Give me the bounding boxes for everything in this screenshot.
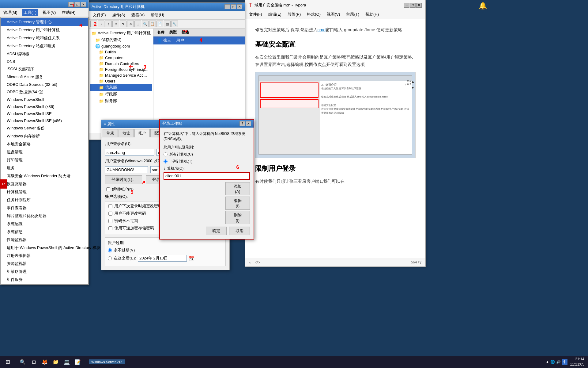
radio-all-computers[interactable]	[164, 152, 168, 156]
typora-menu-theme[interactable]: 主题(T)	[345, 11, 360, 18]
calendar-icon[interactable]: 📅	[189, 255, 195, 261]
menu-ad-domains[interactable]: Active Directory 域和信任关系	[1, 34, 88, 42]
firefox-taskbar[interactable]: 🦊	[40, 357, 50, 367]
tb-btn-6[interactable]: ✕	[127, 21, 134, 27]
tree-root[interactable]: 📁 Active Directory 用户和计算机	[90, 30, 152, 36]
tray-network-icon[interactable]: 🌐	[550, 360, 555, 364]
ad-minimize[interactable]: ─	[224, 4, 230, 9]
menu-azure[interactable]: Microsoft Azure 服务	[1, 73, 88, 81]
menu-firewall[interactable]: 高级安全 Windows Defender 防火墙	[1, 172, 88, 180]
typora-menu-edit[interactable]: 编辑(E)	[267, 11, 283, 18]
tree-builtin[interactable]: 📁 Builtin	[90, 49, 152, 55]
cb-must-change-pwd[interactable]	[108, 204, 112, 208]
login-help[interactable]: ?	[239, 121, 245, 126]
tree-finance-dept[interactable]: 📁 财务部	[90, 98, 152, 104]
typora-minimize[interactable]: ─	[404, 3, 409, 8]
menu-group-policy[interactable]: 组策略管理	[1, 268, 88, 276]
tb-btn-10[interactable]: 📄	[156, 21, 163, 27]
typora-title-buttons[interactable]: ─ □ ✕	[404, 3, 422, 8]
expiry-date-input[interactable]	[138, 255, 187, 262]
cmd-link[interactable]: cmd	[318, 27, 326, 32]
typora-menu-view[interactable]: 视图(V)	[326, 11, 341, 18]
explorer-taskbar[interactable]: 📁	[51, 357, 61, 367]
tb-btn-2[interactable]: →	[98, 21, 104, 27]
tree-admin-dept[interactable]: 📁 行政部	[90, 91, 152, 98]
menu-adsi-editor[interactable]: ADSI 编辑器	[1, 50, 88, 58]
typora-window[interactable]: T 域用户安全策略.md* - Typora ─ □ ✕ 文件(F) 编辑(E)…	[245, 0, 426, 267]
menu-powershell-x86[interactable]: Windows PowerShell (x86)	[1, 103, 88, 110]
menu-dns[interactable]: DNS	[1, 58, 88, 65]
menu-ad-admin-center[interactable]: Active Directory 管理中心	[1, 18, 88, 26]
tab-address[interactable]: 地址	[119, 129, 134, 137]
menu-event-viewer[interactable]: 事件查看器	[1, 204, 88, 212]
menu-ad-sites[interactable]: Active Directory 站点和服务	[1, 42, 88, 50]
menu-services[interactable]: 服务	[1, 164, 88, 172]
menu-odbc32[interactable]: ODBC Data Sources (32-bit)	[1, 81, 88, 88]
menu-powershell-ise-x86[interactable]: Windows PowerShell ISE (x86)	[1, 117, 88, 124]
menu-tools[interactable]: 工具(T)	[22, 9, 38, 16]
menu-powershell-ise[interactable]: Windows PowerShell ISE	[1, 110, 88, 117]
menu-iscsi[interactable]: iSCSI 发起程序	[1, 65, 88, 73]
taskview-taskbar[interactable]: ⊡	[29, 357, 39, 367]
menu-recovery[interactable]: 恢复驱动器	[1, 180, 88, 188]
menu-ws-backup[interactable]: Windows Server 备份	[1, 124, 88, 132]
scroll-down-arrow[interactable]: ▼	[411, 85, 415, 91]
menu-component-services[interactable]: 组件服务	[1, 276, 88, 284]
menu-computer-mgmt[interactable]: 计算机管理	[1, 188, 88, 196]
tb-btn-8[interactable]: 🔍	[142, 21, 149, 27]
ad-maximize[interactable]: □	[231, 4, 236, 9]
typora-close[interactable]: ✕	[416, 3, 422, 8]
cb-pwd-never-expires[interactable]	[108, 219, 112, 223]
logon-hours-btn[interactable]: 登录时间(L)...	[105, 175, 142, 184]
menu-odbc64[interactable]: ODBC 数据源(64 位)	[1, 88, 88, 96]
cb-cannot-change-pwd[interactable]	[108, 212, 112, 216]
login-close[interactable]: ✕	[246, 121, 251, 126]
sticky-taskbar[interactable]: 📝	[73, 357, 83, 367]
typora-menu-help[interactable]: 帮助(H)	[364, 11, 380, 18]
start-button[interactable]: ⊞	[0, 356, 15, 368]
tool-menu-window[interactable]: ─ □ ✕ 管理(M) 工具(T) 视图(V) 帮助(H) Active Dir…	[0, 0, 89, 285]
notification-bell[interactable]: 🔔	[479, 2, 487, 10]
ad-menu-view[interactable]: 查看(V)	[130, 12, 146, 18]
radio-never[interactable]	[108, 248, 112, 252]
tree-msa[interactable]: 📁 Managed Service Acc...	[90, 72, 152, 78]
menu-disk-cleanup[interactable]: 磁盘清理	[1, 148, 88, 156]
menu-defrag[interactable]: 碎片整理和优化驱动器	[1, 212, 88, 220]
menu-resource-monitor[interactable]: 资源监视器	[1, 260, 88, 268]
menu-perfmon[interactable]: 性能监视器	[1, 236, 88, 244]
tray-zh-icon[interactable]: 中	[562, 359, 567, 365]
menu-regedit[interactable]: 注册表编辑器	[1, 252, 88, 260]
menu-ad-users-computers[interactable]: Active Directory 用户和计算机	[1, 26, 88, 34]
tb-btn-5[interactable]: ✎	[120, 21, 126, 27]
menu-view[interactable]: 视图(V)	[41, 9, 57, 16]
ad-close[interactable]: ✕	[237, 4, 242, 9]
tb-btn-9[interactable]: 📋	[149, 21, 156, 27]
ad-menu-file[interactable]: 文件(F)	[92, 12, 107, 18]
edit-computer-btn[interactable]: 编辑(I)	[225, 197, 250, 210]
typora-maximize[interactable]: □	[410, 3, 416, 8]
tree-domain[interactable]: 🌐 guangdong.com	[90, 43, 152, 49]
delete-computer-btn[interactable]: 删除(I)	[225, 211, 250, 224]
radio-after[interactable]	[108, 256, 112, 260]
typora-menu-para[interactable]: 段落(P)	[286, 11, 302, 18]
login-workstation-dialog[interactable]: 登录工作站 ? ✕ 在"计算机名"中，键入计算机的 NetBIOS 或域系统(D…	[159, 119, 254, 240]
search-taskbar[interactable]: 🔍	[18, 357, 28, 367]
menu-powershell[interactable]: Windows PowerShell	[1, 96, 88, 103]
menu-memory-diag[interactable]: Windows 内存诊断	[1, 132, 88, 140]
tb-btn-12[interactable]: 🔧	[171, 21, 178, 27]
close-btn[interactable]: ✕	[81, 2, 86, 7]
radio-following-computers[interactable]	[164, 159, 168, 163]
tb-btn-3[interactable]: ↑	[105, 21, 112, 27]
tb-btn-4[interactable]: ⊕	[112, 21, 119, 27]
cb-reversible-encryption[interactable]	[108, 226, 112, 230]
tree-info-dept[interactable]: 📁 信息部	[90, 84, 152, 91]
tab-general[interactable]: 常规	[103, 129, 118, 137]
tree-saved-queries[interactable]: 📁 保存的查询	[90, 36, 152, 43]
ad-menu-help[interactable]: 帮助(H)	[149, 12, 165, 18]
ad-title-buttons[interactable]: ─ □ ✕	[224, 4, 242, 9]
login-cancel-btn[interactable]: 取消	[229, 227, 250, 235]
tray-icon-1[interactable]: ▲	[545, 360, 549, 364]
logon-name-input[interactable]	[105, 149, 154, 156]
scroll-up-arrow[interactable]: ▲	[411, 79, 415, 85]
menu-ad-powershell[interactable]: 适用于 Windows PowerShell 的 Active Director…	[1, 244, 88, 252]
